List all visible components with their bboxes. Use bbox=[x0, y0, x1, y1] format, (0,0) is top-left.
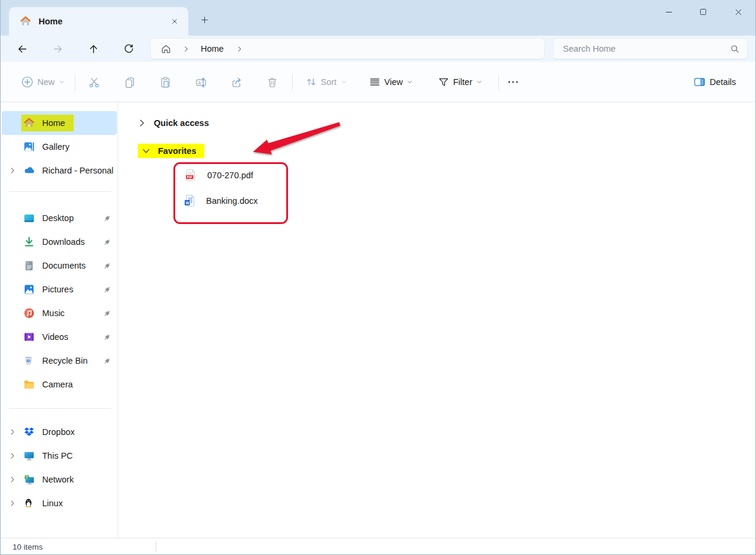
file-name: 070-270.pdf bbox=[207, 171, 253, 180]
sidebar-item-label: Network bbox=[42, 475, 117, 484]
pin-icon[interactable] bbox=[97, 238, 117, 247]
up-button[interactable] bbox=[84, 39, 103, 58]
sidebar-item-label: Music bbox=[42, 308, 97, 318]
music-icon bbox=[23, 307, 35, 319]
sidebar-item-home[interactable]: Home bbox=[2, 111, 117, 135]
pin-icon[interactable] bbox=[97, 285, 117, 294]
tab-close-icon[interactable] bbox=[167, 14, 182, 29]
sidebar-item-downloads[interactable]: Downloads bbox=[2, 230, 117, 254]
onedrive-icon bbox=[23, 165, 35, 176]
back-button[interactable] bbox=[12, 39, 31, 58]
rename-button[interactable]: A bbox=[189, 70, 213, 94]
pin-icon[interactable] bbox=[97, 357, 117, 365]
copy-icon bbox=[124, 76, 136, 89]
sidebar-item-desktop[interactable]: Desktop bbox=[2, 206, 117, 230]
sidebar-item-this-pc[interactable]: This PC bbox=[2, 444, 117, 468]
sidebar-item-label: This PC bbox=[42, 451, 117, 461]
sidebar-item-label: Documents bbox=[42, 261, 97, 270]
group-favorites[interactable]: Favorites bbox=[138, 143, 204, 159]
group-quick-access[interactable]: Quick access bbox=[137, 115, 209, 131]
chevron-right-icon[interactable] bbox=[2, 428, 23, 436]
search-icon[interactable] bbox=[730, 44, 740, 54]
refresh-button[interactable] bbox=[119, 39, 138, 58]
sidebar-item-recycle-bin[interactable]: Recycle Bin bbox=[2, 349, 117, 373]
sidebar-item-pictures[interactable]: Pictures bbox=[2, 278, 117, 301]
breadcrumb-chevron-icon[interactable] bbox=[236, 45, 243, 53]
sidebar-item-music[interactable]: Music bbox=[2, 301, 117, 325]
sidebar-item-onedrive[interactable]: Richard - Personal bbox=[2, 159, 117, 182]
breadcrumb[interactable]: Home bbox=[150, 38, 545, 59]
chevron-down-icon[interactable] bbox=[141, 146, 151, 156]
maximize-button[interactable] bbox=[688, 0, 719, 24]
forward-button[interactable] bbox=[48, 39, 67, 58]
sidebar-item-label: Linux bbox=[42, 499, 117, 508]
home-tab-icon bbox=[20, 15, 31, 27]
tab-bar: Home bbox=[1, 0, 756, 36]
more-options-button[interactable] bbox=[501, 70, 525, 94]
minimize-button[interactable] bbox=[653, 0, 684, 24]
chevron-right-icon[interactable] bbox=[2, 166, 23, 175]
sidebar-item-documents[interactable]: Documents bbox=[2, 254, 117, 278]
ellipsis-icon bbox=[507, 75, 520, 89]
sidebar-item-dropbox[interactable]: Dropbox bbox=[2, 420, 117, 444]
filter-button[interactable]: Filter bbox=[433, 70, 488, 94]
chevron-down-icon bbox=[340, 78, 347, 86]
share-button[interactable] bbox=[224, 70, 248, 94]
sidebar-item-label: Pictures bbox=[42, 285, 97, 294]
cut-icon bbox=[88, 76, 100, 89]
filter-button-label: Filter bbox=[453, 77, 472, 87]
new-tab-button[interactable] bbox=[195, 11, 213, 29]
network-icon bbox=[23, 474, 35, 485]
paste-button[interactable] bbox=[153, 70, 177, 94]
pin-icon[interactable] bbox=[97, 214, 117, 223]
sidebar-item-gallery[interactable]: Gallery bbox=[2, 135, 117, 159]
chevron-right-icon[interactable] bbox=[2, 452, 23, 460]
status-divider bbox=[156, 542, 156, 551]
new-button[interactable]: New bbox=[15, 70, 71, 94]
trash-icon bbox=[266, 76, 279, 89]
sort-icon bbox=[305, 76, 317, 88]
breadcrumb-item-home[interactable]: Home bbox=[201, 44, 224, 53]
delete-button[interactable] bbox=[260, 70, 284, 94]
cut-button[interactable] bbox=[82, 70, 106, 94]
sidebar-item-camera[interactable]: Camera bbox=[2, 373, 117, 396]
sidebar-item-network[interactable]: Network bbox=[2, 468, 117, 491]
search-input[interactable] bbox=[563, 44, 730, 53]
chevron-down-icon bbox=[58, 78, 65, 86]
gallery-icon bbox=[23, 141, 35, 153]
dropbox-icon bbox=[23, 426, 35, 438]
videos-icon bbox=[23, 331, 35, 343]
pin-icon[interactable] bbox=[97, 261, 117, 270]
details-button-label: Details bbox=[710, 77, 736, 87]
chevron-right-icon[interactable] bbox=[2, 475, 23, 484]
pictures-icon bbox=[23, 283, 35, 295]
sort-button[interactable]: Sort bbox=[300, 70, 352, 94]
plus-circle-icon bbox=[21, 75, 34, 89]
navigation-pane: Home Gallery bbox=[1, 102, 118, 538]
details-button[interactable]: Details bbox=[688, 70, 744, 94]
documents-icon bbox=[23, 260, 35, 272]
sidebar-item-label: Videos bbox=[42, 332, 97, 342]
sidebar-item-linux[interactable]: Linux bbox=[2, 491, 117, 515]
new-button-label: New bbox=[37, 77, 55, 87]
search-box[interactable] bbox=[553, 38, 748, 59]
navigation-bar: Home bbox=[1, 36, 756, 62]
sidebar-item-label: Camera bbox=[42, 380, 117, 389]
file-item-docx[interactable]: W Banking.docx bbox=[184, 194, 258, 208]
file-item-pdf[interactable]: PDF 070-270.pdf bbox=[185, 168, 253, 182]
tab-home[interactable]: Home bbox=[9, 7, 188, 36]
copy-button[interactable] bbox=[118, 70, 141, 94]
chevron-right-icon[interactable] bbox=[137, 118, 147, 128]
details-pane-icon bbox=[693, 75, 706, 89]
sidebar-item-videos[interactable]: Videos bbox=[2, 325, 117, 349]
linux-icon bbox=[23, 497, 35, 509]
view-button[interactable]: View bbox=[364, 70, 418, 94]
filter-icon bbox=[438, 76, 450, 88]
breadcrumb-chevron-icon[interactable] bbox=[182, 45, 190, 53]
pin-icon[interactable] bbox=[97, 333, 117, 342]
chevron-right-icon[interactable] bbox=[2, 499, 23, 507]
paste-icon bbox=[159, 76, 172, 89]
pin-icon[interactable] bbox=[97, 309, 117, 318]
breadcrumb-home-icon[interactable] bbox=[160, 43, 172, 55]
close-button[interactable] bbox=[723, 0, 754, 24]
